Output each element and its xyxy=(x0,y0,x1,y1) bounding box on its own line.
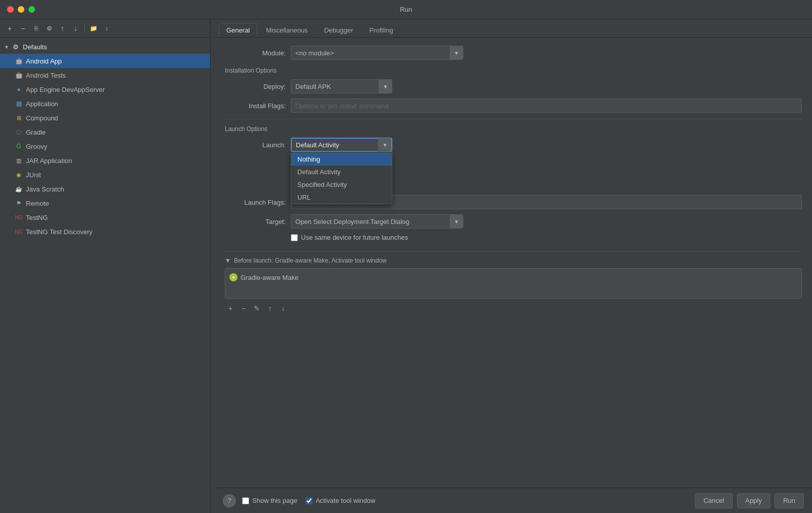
module-select[interactable]: <no module> ▼ xyxy=(291,46,463,60)
copy-config-button[interactable]: ⎘ xyxy=(30,23,42,34)
tab-debugger[interactable]: Debugger xyxy=(317,23,361,37)
close-button[interactable] xyxy=(7,6,14,13)
sidebar-item-label: Application xyxy=(26,100,58,108)
sidebar-toolbar: + − ⎘ ⚙ ↑ ↓ 📁 ↕ xyxy=(0,19,210,38)
titlebar: Run xyxy=(0,0,812,19)
launch-dropdown-popup: Nothing Default Activity Specified Activ… xyxy=(291,152,392,204)
deployment-target-select[interactable]: Open Select Deployment Target Dialog ▼ xyxy=(291,214,463,229)
resize-handle[interactable]: ⋮ xyxy=(211,19,215,513)
junit-icon: ◉ xyxy=(14,170,23,179)
apply-button[interactable]: Apply xyxy=(737,493,771,508)
bl-remove-button[interactable]: − xyxy=(238,303,249,314)
launch-value: Default Activity xyxy=(292,141,378,149)
sidebar-item-testng[interactable]: NG TestNG xyxy=(0,210,210,225)
sidebar-item-label: JUnit xyxy=(26,171,41,179)
before-launch-title: Before launch: Gradle-aware Make, Activa… xyxy=(234,257,387,264)
sidebar-item-label: Java Scratch xyxy=(26,185,64,193)
sidebar-item-android-tests[interactable]: 🤖 Android Tests xyxy=(0,68,210,82)
android-icon: 🤖 xyxy=(14,56,23,66)
before-launch-item-label: Gradle-aware Make xyxy=(241,274,298,281)
bottom-bar: ? Show this page Activate tool window Ca… xyxy=(215,488,812,513)
before-launch-header[interactable]: ▼ Before launch: Gradle-aware Make, Acti… xyxy=(225,257,802,264)
add-config-button[interactable]: + xyxy=(4,23,15,34)
launch-select[interactable]: Default Activity ▼ xyxy=(291,138,392,152)
sidebar-item-junit[interactable]: ◉ JUnit xyxy=(0,168,210,182)
deploy-row: Deploy: Default APK ▼ xyxy=(225,79,802,93)
sidebar-item-testng-discovery[interactable]: NG TestNG Test Discovery xyxy=(0,225,210,239)
help-button[interactable]: ? xyxy=(223,494,236,507)
bl-add-button[interactable]: + xyxy=(225,303,236,314)
sidebar-item-gradle[interactable]: ⬡ Gradle xyxy=(0,125,210,139)
sidebar-item-remote[interactable]: ⚑ Remote xyxy=(0,196,210,210)
launch-section-label: Launch Options xyxy=(225,125,802,133)
sidebar-item-label: Android App xyxy=(26,57,62,65)
deployment-target-control: Open Select Deployment Target Dialog ▼ xyxy=(291,214,802,229)
before-launch-list: ● Gradle-aware Make xyxy=(225,268,802,299)
installation-section-label: Installation Options xyxy=(225,67,802,74)
cancel-button[interactable]: Cancel xyxy=(695,493,732,508)
same-device-row: Use same device for future launches xyxy=(291,234,802,241)
sidebar-item-jar-application[interactable]: ▥ JAR Application xyxy=(0,153,210,168)
sidebar-item-label: App Engine DevAppServer xyxy=(26,86,105,93)
show-activate-row: Show this page Activate tool window xyxy=(242,497,376,504)
install-flags-input[interactable] xyxy=(291,99,802,113)
gradle-make-icon: ● xyxy=(229,273,238,281)
tree-root-label: Defaults xyxy=(23,43,47,51)
deploy-value: Default APK xyxy=(291,83,379,90)
maximize-button[interactable] xyxy=(28,6,35,13)
bl-up-button[interactable]: ↑ xyxy=(264,303,276,314)
dropdown-item-specified-activity[interactable]: Specified Activity xyxy=(291,178,392,191)
remove-config-button[interactable]: − xyxy=(17,23,28,34)
dropdown-item-url[interactable]: URL xyxy=(291,191,392,204)
bottom-left: ? Show this page Activate tool window xyxy=(223,494,376,507)
minimize-button[interactable] xyxy=(18,6,24,13)
sidebar-item-label: Gradle xyxy=(26,129,46,136)
dropdown-item-nothing[interactable]: Nothing xyxy=(291,153,392,166)
sidebar-item-app-engine[interactable]: ● App Engine DevAppServer xyxy=(0,82,210,97)
activate-window-label: Activate tool window xyxy=(316,497,376,504)
move-down-button[interactable]: ↓ xyxy=(70,23,81,34)
run-button[interactable]: Run xyxy=(774,493,804,508)
same-device-checkbox[interactable] xyxy=(291,234,298,241)
sidebar-item-label: Compound xyxy=(26,114,58,122)
bl-down-button[interactable]: ↓ xyxy=(278,303,289,314)
bottom-right: Cancel Apply Run xyxy=(695,493,804,508)
tab-miscellaneous[interactable]: Miscellaneous xyxy=(258,23,315,37)
deploy-label: Deploy: xyxy=(225,83,291,90)
activate-window-checkbox[interactable] xyxy=(306,497,313,504)
window-controls xyxy=(7,6,35,13)
sidebar-item-label: Android Tests xyxy=(26,72,66,79)
sidebar-item-label: TestNG Test Discovery xyxy=(26,228,92,236)
sort-button[interactable]: ↕ xyxy=(101,23,112,34)
move-up-button[interactable]: ↑ xyxy=(57,23,68,34)
deploy-select[interactable]: Default APK ▼ xyxy=(291,79,392,93)
show-page-label: Show this page xyxy=(252,497,297,504)
jar-icon: ▥ xyxy=(14,156,23,165)
deployment-target-arrow: ▼ xyxy=(450,215,463,228)
right-panel: General Miscellaneous Debugger Profiling… xyxy=(215,19,812,513)
tab-profiling[interactable]: Profiling xyxy=(362,23,401,37)
sidebar-item-compound[interactable]: ⊞ Compound xyxy=(0,111,210,125)
bl-edit-button[interactable]: ✎ xyxy=(251,303,262,314)
sidebar-item-label: Groovy xyxy=(26,143,47,150)
tab-general[interactable]: General xyxy=(219,23,257,37)
module-row: Module: <no module> ▼ xyxy=(225,46,802,60)
defaults-icon: ⚙ xyxy=(11,42,20,51)
install-flags-label: Install Flags: xyxy=(225,102,291,110)
module-value: <no module> xyxy=(291,49,450,57)
sidebar-item-application[interactable]: ▤ Application xyxy=(0,97,210,111)
module-dropdown-arrow: ▼ xyxy=(450,46,463,59)
install-flags-row: Install Flags: xyxy=(225,99,802,113)
settings-button[interactable]: ⚙ xyxy=(44,23,55,34)
section-divider xyxy=(225,119,802,119)
sidebar-item-android-app[interactable]: 🤖 Android App xyxy=(0,54,210,68)
new-folder-button[interactable]: 📁 xyxy=(88,23,99,34)
show-page-checkbox[interactable] xyxy=(242,497,249,504)
tree-root-defaults[interactable]: ▼ ⚙ Defaults xyxy=(0,40,210,54)
sidebar-item-groovy[interactable]: G Groovy xyxy=(0,139,210,153)
deployment-target-value: Open Select Deployment Target Dialog xyxy=(291,218,450,226)
deployment-target-row: Target: Open Select Deployment Target Di… xyxy=(225,214,802,229)
gradle-icon: ⬡ xyxy=(14,127,23,137)
sidebar-item-java-scratch[interactable]: ☕ Java Scratch xyxy=(0,182,210,196)
dropdown-item-default-activity[interactable]: Default Activity xyxy=(291,166,392,178)
